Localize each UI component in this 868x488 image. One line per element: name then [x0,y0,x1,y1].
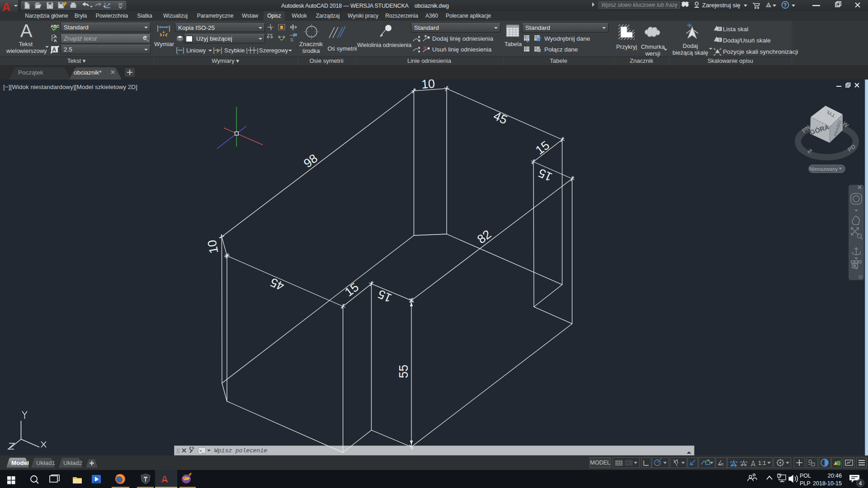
svg-text:15: 15 [376,287,394,305]
svg-text:?: ? [783,2,787,9]
svg-text:98: 98 [301,151,320,170]
svg-text:20:46: 20:46 [828,473,842,479]
svg-text:Układ1: Układ1 [36,460,55,466]
svg-text:ABC: ABC [144,37,150,40]
svg-text:55: 55 [397,365,410,378]
svg-text:GÓRA: GÓRA [809,123,830,136]
svg-text:Z: Z [807,147,813,155]
svg-text:obciaznik*: obciaznik* [74,69,102,76]
svg-text:TYŁ: TYŁ [825,109,836,118]
svg-text:Układ2: Układ2 [63,460,82,466]
svg-text:Początek: Początek [18,69,43,76]
svg-text:2018-10-15: 2018-10-15 [813,480,842,487]
svg-text:45: 45 [268,275,286,293]
svg-text:15: 15 [536,166,554,184]
svg-text:4: 4 [859,480,862,487]
svg-text:10: 10 [421,80,435,91]
svg-text:PRAWO: PRAWO [833,120,843,137]
svg-text:PD: PD [846,143,857,153]
svg-text:PLP: PLP [800,480,811,487]
svg-text:PN: PN [801,124,811,134]
svg-text:45: 45 [491,109,509,127]
svg-text:A: A [54,38,57,42]
svg-text:10: 10 [205,239,221,255]
svg-text:15: 15 [342,280,361,299]
svg-text:15: 15 [533,138,552,157]
svg-text:82: 82 [475,227,494,246]
svg-text:Nienazwany: Nienazwany [810,166,838,172]
svg-text:POL: POL [800,473,811,479]
svg-text:Zarejestruj się: Zarejestruj się [702,2,741,9]
svg-text:A: A [161,474,168,485]
svg-text:ABC: ABC [51,24,60,28]
svg-text:1:1: 1:1 [758,460,766,466]
svg-text:A: A [52,47,57,53]
svg-text:W: W [841,120,850,129]
svg-text:Model: Model [11,460,29,466]
